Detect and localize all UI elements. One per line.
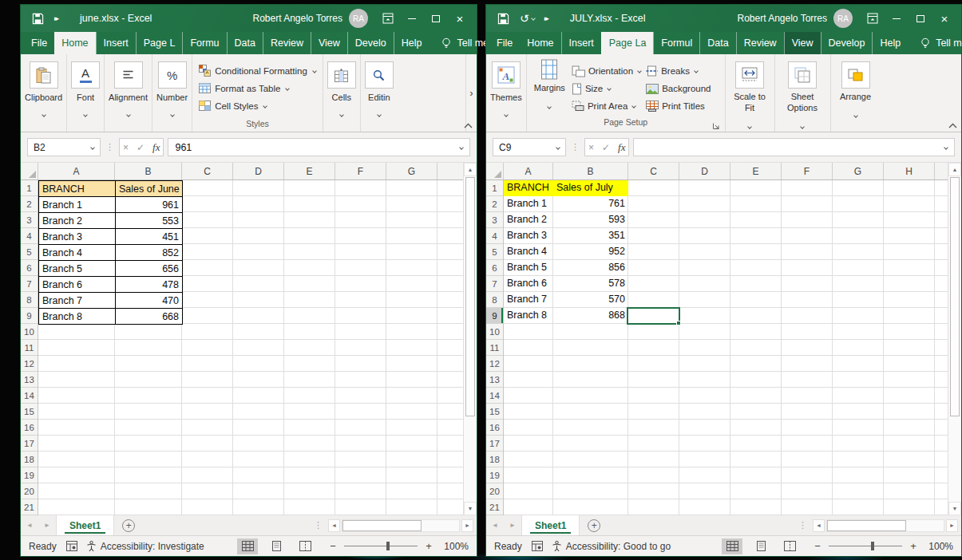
branch-cell[interactable]: Branch 6 [38, 276, 116, 293]
row-header[interactable]: 14 [21, 388, 38, 404]
collapse-ribbon-icon[interactable] [464, 123, 473, 128]
column-header[interactable]: E [284, 163, 335, 179]
column-header[interactable]: C [628, 163, 679, 179]
vertical-scrollbar[interactable]: ▲ ▼ [948, 163, 961, 515]
value-cell[interactable]: 761 [553, 196, 628, 212]
zoom-in-icon[interactable]: + [909, 540, 918, 552]
sheet-tab-sheet1[interactable]: Sheet1 [56, 515, 114, 535]
customize-qat-icon[interactable]: ▸▸ [544, 14, 549, 22]
row-header[interactable]: 7 [486, 276, 503, 292]
row-header[interactable]: 12 [486, 356, 503, 372]
maximize-button[interactable] [909, 8, 932, 29]
customize-qat-icon[interactable]: ▸▸ [54, 14, 59, 22]
row-header[interactable]: 13 [21, 372, 38, 388]
column-header[interactable]: A [504, 163, 553, 179]
column-header[interactable]: E [730, 163, 782, 179]
value-cell[interactable]: 470 [115, 292, 183, 309]
branch-cell[interactable]: Branch 5 [38, 260, 116, 277]
value-cell[interactable]: 852 [115, 244, 183, 261]
row-header[interactable]: 12 [21, 356, 38, 372]
cancel-entry-icon[interactable]: × [588, 142, 594, 153]
ribbon-group-editing[interactable]: Editin [361, 54, 398, 132]
row-header[interactable]: 6 [486, 260, 503, 276]
minimize-button[interactable] [885, 8, 909, 29]
margins-button[interactable]: Margins [531, 57, 568, 105]
cancel-entry-icon[interactable]: × [123, 142, 129, 153]
header-cell[interactable]: BRANCH [38, 180, 116, 197]
zoom-in-icon[interactable]: + [424, 540, 433, 552]
tell-me-box[interactable]: Tell me [920, 32, 962, 54]
collapse-ribbon-icon[interactable] [948, 123, 957, 128]
branch-cell[interactable]: Branch 5 [504, 260, 553, 276]
cell-styles-button[interactable]: Cell Styles [196, 97, 319, 114]
zoom-level[interactable]: 100% [440, 541, 469, 552]
column-header[interactable]: D [679, 163, 730, 179]
conditional-formatting-button[interactable]: Conditional Formatting [196, 62, 319, 79]
new-sheet-button[interactable]: + [580, 515, 608, 535]
grid-cells[interactable]: BRANCH Sales of June Branch 1 961 [38, 180, 463, 515]
select-all-button[interactable] [486, 163, 504, 179]
scroll-down-icon[interactable]: ▼ [464, 502, 477, 515]
row-header[interactable]: 11 [21, 340, 38, 356]
tell-me-box[interactable]: Tell me [441, 32, 489, 54]
branch-cell[interactable]: Branch 8 [504, 308, 553, 324]
scroll-right-icon[interactable]: ► [946, 519, 958, 532]
close-button[interactable]: × [448, 8, 472, 29]
ribbon-tab[interactable]: Formul [653, 32, 699, 54]
expand-formula-bar-icon[interactable] [944, 145, 948, 150]
ribbon-tab[interactable]: Help [394, 32, 430, 54]
row-header[interactable]: 4 [486, 228, 503, 244]
header-cell[interactable]: Sales of June [115, 180, 183, 197]
horizontal-scroll-thumb[interactable] [827, 520, 906, 531]
branch-cell[interactable]: Branch 2 [38, 212, 116, 229]
value-cell[interactable]: 593 [553, 212, 628, 228]
ribbon-tab[interactable]: View [311, 32, 347, 54]
row-header[interactable]: 9 [486, 308, 503, 324]
header-cell[interactable]: Sales of July [553, 180, 628, 196]
size-button[interactable]: Size [570, 80, 643, 97]
column-header[interactable]: G [386, 163, 437, 179]
background-button[interactable]: Background [644, 80, 720, 97]
branch-cell[interactable]: Branch 3 [504, 228, 553, 244]
value-cell[interactable]: 656 [115, 260, 183, 277]
ribbon-tab[interactable]: File [489, 32, 520, 54]
zoom-slider-thumb[interactable] [871, 542, 874, 550]
ribbon-group-font[interactable]: A Font [67, 54, 105, 132]
branch-cell[interactable]: Branch 3 [38, 228, 116, 245]
branch-cell[interactable]: Branch 2 [504, 212, 553, 228]
account-name[interactable]: Robert Angelo Torres [252, 13, 342, 24]
ribbon-tab[interactable]: Home [520, 32, 560, 54]
orientation-button[interactable]: Orientation [570, 62, 643, 80]
row-header[interactable]: 21 [21, 499, 38, 515]
row-header[interactable]: 17 [21, 436, 38, 452]
scroll-up-icon[interactable]: ▲ [948, 163, 961, 176]
column-header[interactable]: A [38, 163, 115, 179]
row-header[interactable]: 4 [21, 228, 38, 244]
ribbon-group-number[interactable]: % Number [152, 54, 192, 132]
ribbon-tab[interactable]: Develop [821, 32, 873, 54]
row-header[interactable]: 10 [486, 324, 503, 340]
row-header[interactable]: 19 [486, 467, 503, 483]
zoom-level[interactable]: 100% [924, 541, 953, 552]
ribbon-overflow-button[interactable]: › [465, 54, 477, 132]
branch-cell[interactable]: Branch 6 [504, 276, 553, 292]
accessibility-checker[interactable]: Accessibility: Investigate [85, 540, 204, 552]
column-header[interactable]: C [182, 163, 233, 179]
column-header[interactable]: F [782, 163, 833, 179]
ribbon-tab[interactable]: Review [263, 32, 311, 54]
prev-sheet-icon[interactable]: ◄ [486, 522, 504, 529]
print-titles-button[interactable]: Print Titles [644, 97, 720, 115]
ribbon-tab[interactable]: Develo [347, 32, 394, 54]
ribbon-tab[interactable]: Insert [561, 32, 601, 54]
ribbon-tab[interactable]: Page La [601, 32, 654, 54]
scroll-left-icon[interactable]: ◄ [813, 519, 825, 532]
ribbon-tab[interactable]: Review [736, 32, 784, 54]
formula-input[interactable] [633, 138, 955, 156]
zoom-slider-thumb[interactable] [386, 542, 390, 550]
value-cell[interactable]: 553 [115, 212, 183, 229]
maximize-button[interactable] [424, 8, 448, 29]
ribbon-group-clipboard[interactable]: Clipboard [21, 54, 67, 132]
vertical-scroll-thumb[interactable] [950, 177, 960, 416]
vertical-scroll-thumb[interactable] [465, 177, 475, 416]
zoom-slider[interactable] [829, 546, 902, 546]
